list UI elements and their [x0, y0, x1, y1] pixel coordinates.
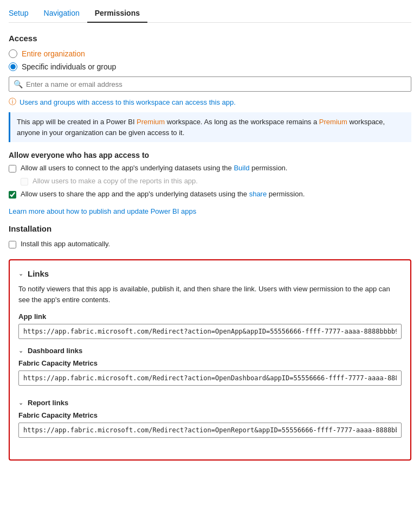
radio-entire-org-label: Entire organization: [22, 49, 85, 58]
checkbox-install-label: Install this app automatically.: [21, 240, 110, 248]
app-link-label: App link: [18, 312, 402, 321]
tab-bar: Setup Navigation Permissions: [9, 0, 411, 23]
installation-section: Installation Install this app automatica…: [9, 224, 411, 248]
checkbox-install-input[interactable]: [9, 241, 16, 248]
links-header: ⌄ Links: [18, 269, 402, 278]
report-chevron-icon[interactable]: ⌄: [18, 399, 23, 406]
report-links-section: ⌄ Report links Fabric Capacity Metrics: [18, 399, 402, 445]
installation-title: Installation: [9, 224, 411, 233]
premium-word-2: Premium: [319, 118, 347, 126]
dashboard-links-title: Dashboard links: [28, 347, 82, 355]
search-box: 🔍: [9, 76, 411, 92]
tab-navigation[interactable]: Navigation: [36, 4, 87, 23]
links-chevron-icon[interactable]: ⌄: [18, 270, 23, 277]
checkbox-build-label: Allow all users to connect to the app's …: [21, 164, 287, 172]
checkbox-build: Allow all users to connect to the app's …: [9, 164, 411, 172]
checkbox-install: Install this app automatically.: [9, 240, 411, 248]
dashboard-chevron-icon[interactable]: ⌄: [18, 347, 23, 354]
report-link-input[interactable]: [18, 423, 402, 438]
search-input[interactable]: [26, 80, 406, 88]
learn-more-link[interactable]: Learn more about how to publish and upda…: [9, 207, 411, 215]
dashboard-links-header: ⌄ Dashboard links: [18, 347, 402, 355]
checkbox-build-input[interactable]: [9, 165, 16, 172]
checkbox-copy-input: [21, 178, 28, 186]
dashboard-link-input[interactable]: [18, 370, 402, 386]
checkbox-share-label: Allow users to share the app and the app…: [21, 190, 305, 198]
share-link: share: [249, 190, 267, 198]
build-link: Build: [234, 164, 249, 172]
allow-section: Allow everyone who has app access to All…: [9, 151, 411, 199]
app-link-input[interactable]: [18, 324, 402, 339]
radio-specific: Specific individuals or group: [9, 62, 411, 71]
tab-setup[interactable]: Setup: [9, 4, 36, 23]
tab-permissions[interactable]: Permissions: [87, 4, 147, 23]
workspace-info-link[interactable]: this app: [209, 98, 234, 106]
dashboard-fabric-title: Fabric Capacity Metrics: [18, 359, 402, 367]
checkbox-share-input[interactable]: [9, 191, 16, 199]
links-description: To notify viewers that this app is avail…: [18, 284, 402, 305]
report-fabric-title: Fabric Capacity Metrics: [18, 411, 402, 419]
premium-word: Premium: [137, 118, 165, 126]
access-radio-group: Entire organization Specific individuals…: [9, 49, 411, 71]
allow-title: Allow everyone who has app access to: [9, 151, 411, 159]
radio-specific-label: Specific individuals or group: [22, 62, 116, 71]
workspace-info-text: Users and groups with access to this wor…: [20, 98, 236, 106]
links-section: ⌄ Links To notify viewers that this app …: [9, 259, 411, 461]
info-icon: ⓘ: [9, 97, 16, 107]
checkbox-copy-label: Allow users to make a copy of the report…: [33, 177, 198, 185]
radio-entire-org: Entire organization: [9, 49, 411, 58]
checkbox-share: Allow users to share the app and the app…: [9, 190, 411, 199]
radio-entire-org-input[interactable]: [9, 49, 17, 58]
premium-info-box: This app will be created in a Power BI P…: [9, 112, 411, 142]
search-icon: 🔍: [14, 80, 23, 88]
dashboard-links-section: ⌄ Dashboard links Fabric Capacity Metric…: [18, 347, 402, 393]
radio-specific-input[interactable]: [9, 62, 17, 71]
report-links-header: ⌄ Report links: [18, 399, 402, 407]
checkbox-copy: Allow users to make a copy of the report…: [9, 177, 411, 186]
links-title: Links: [28, 269, 49, 278]
workspace-info: ⓘ Users and groups with access to this w…: [9, 97, 411, 107]
premium-info-text: This app will be created in a Power BI P…: [17, 118, 385, 137]
access-title: Access: [9, 34, 411, 43]
report-links-title: Report links: [28, 399, 68, 407]
